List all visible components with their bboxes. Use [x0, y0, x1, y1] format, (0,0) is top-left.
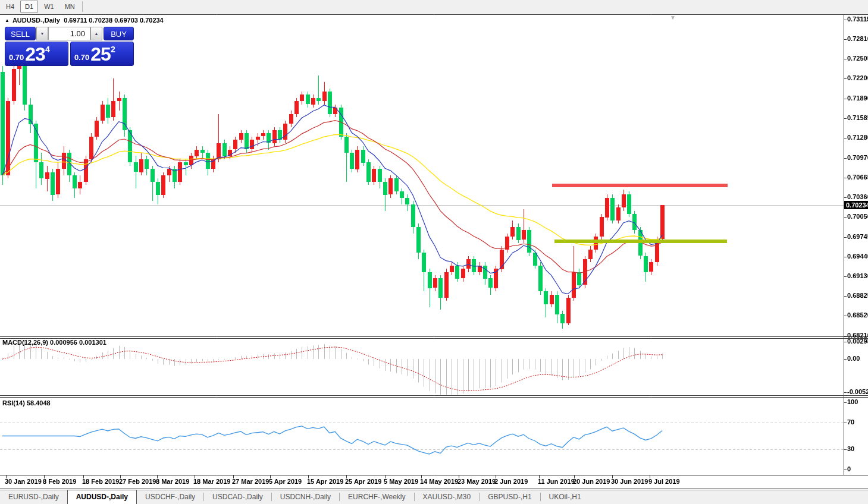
price-axis-label: 0.68825	[847, 292, 868, 299]
price-axis-label: 0.68520	[847, 311, 868, 319]
price-axis-label: 0.71280	[847, 134, 868, 141]
rsi-axis-label: 30	[847, 445, 868, 452]
date-axis-label: 30 Jan 2019	[5, 478, 42, 485]
date-axis-label: 30 Jun 2019	[611, 478, 648, 485]
date-axis-label: 20 Jun 2019	[573, 478, 610, 485]
auto-scroll-marker-icon[interactable]: ▼	[670, 14, 676, 21]
buy-price-pipette: 2	[111, 42, 115, 54]
chart-tab[interactable]: USDCNH-,Daily	[272, 490, 339, 503]
toolbar-separator	[82, 1, 83, 12]
chart-tab[interactable]: AUDUSD-,Daily	[67, 490, 137, 504]
chart-title-symbol: AUDUSD-,Daily	[12, 17, 60, 24]
timeframe-button-h4[interactable]: H4	[1, 1, 19, 12]
timeframe-toolbar: H4D1W1MN	[0, 0, 868, 13]
chart-title: ▲AUDUSD-,Daily 0.69711 0.70238 0.69703 0…	[5, 17, 164, 24]
price-axis-label: 0.70050	[847, 213, 868, 220]
macd-axis-label: 0.002984	[847, 338, 868, 345]
price-axis-label: 0.71890	[847, 94, 868, 102]
chart-tab[interactable]: XAUUSD-,M30	[415, 490, 480, 503]
date-axis-label: 5 May 2019	[384, 478, 418, 485]
date-axis-label: 8 Feb 2019	[43, 478, 76, 485]
chart-tab[interactable]: EURUSD-,Daily	[0, 490, 67, 503]
macd-indicator-label: MACD(12,26,9) 0.000956 0.001301	[2, 339, 106, 346]
chart-tab[interactable]: USDCAD-,Daily	[204, 490, 271, 503]
price-axis-label: 0.69440	[847, 253, 868, 260]
price-axis-label: 0.69745	[847, 233, 868, 240]
price-axis-label: 0.70970	[847, 154, 868, 161]
buy-price-button[interactable]: 0.70 25 2	[70, 42, 134, 66]
rsi-axis-label: 100	[847, 398, 868, 405]
chart-tab-bar: EURUSD-,DailyAUDUSD-,DailyUSDCHF-,DailyU…	[0, 490, 868, 504]
current-price-badge: 0.70234	[844, 201, 868, 209]
date-axis-label: 2 Jun 2019	[494, 478, 528, 485]
volume-decrease-button[interactable]: ▼	[36, 27, 48, 40]
rsi-indicator-label: RSI(14) 58.4048	[2, 399, 51, 407]
date-axis-label: 11 Jun 2019	[538, 478, 575, 485]
chart-tab[interactable]: USDCHF-,Daily	[137, 490, 203, 503]
sell-price-big-digits: 23	[25, 42, 45, 65]
buy-button[interactable]: BUY	[104, 27, 134, 40]
one-click-trading-panel: SELL ▼ ▲ BUY 0.70 23 4 0.70 25 2	[5, 27, 134, 66]
macd-axis-label: 0.00	[847, 355, 868, 362]
chart-tab[interactable]: GBPUSD-,H1	[480, 490, 540, 503]
date-axis-label: 5 Apr 2019	[269, 478, 302, 485]
price-axis-label: 0.72505	[847, 55, 868, 62]
timeframe-button-d1[interactable]: D1	[20, 1, 38, 12]
sell-button[interactable]: SELL	[5, 27, 36, 40]
rsi-axis-label: 70	[847, 418, 868, 426]
rsi-axis-label: 0	[847, 465, 868, 472]
date-axis-label: 27 Feb 2019	[119, 478, 156, 485]
chart-canvas[interactable]	[0, 14, 868, 490]
chart-tab[interactable]: EURCHF-,Weekly	[340, 490, 413, 503]
price-axis-label: 0.72810	[847, 35, 868, 42]
volume-increase-button[interactable]: ▲	[90, 27, 102, 40]
date-axis-label: 14 May 2019	[420, 478, 458, 485]
timeframe-button-mn[interactable]: MN	[60, 1, 80, 12]
volume-input[interactable]	[48, 27, 90, 40]
price-axis-label: 0.71585	[847, 114, 868, 121]
sell-price-prefix: 0.70	[8, 53, 25, 65]
macd-axis-label: -0.005250	[847, 388, 868, 395]
sell-price-pipette: 4	[45, 42, 50, 54]
price-axis-label: 0.70360	[847, 193, 868, 200]
price-axis-label: 0.69130	[847, 272, 868, 279]
date-axis-label: 18 Feb 2019	[82, 478, 119, 485]
price-axis-label: 0.73115	[847, 15, 868, 23]
date-axis-label: 27 Mar 2019	[232, 478, 269, 485]
sell-price-button[interactable]: 0.70 23 4	[5, 42, 68, 66]
date-axis-label: 9 Jul 2019	[648, 478, 680, 485]
timeframe-button-w1[interactable]: W1	[39, 1, 59, 12]
price-axis-label: 0.72200	[847, 74, 868, 81]
chart-window: ▲AUDUSD-,Daily 0.69711 0.70238 0.69703 0…	[0, 14, 868, 490]
date-axis-label: 8 Mar 2019	[156, 478, 189, 485]
date-axis-label: 25 Apr 2019	[345, 478, 381, 485]
price-axis-label: 0.70665	[847, 174, 868, 181]
date-axis-label: 15 Apr 2019	[307, 478, 343, 485]
chart-title-ohlc: 0.69711 0.70238 0.69703 0.70234	[64, 17, 164, 24]
chart-tab[interactable]: UKOil-,H1	[541, 490, 590, 503]
buy-price-prefix: 0.70	[73, 53, 90, 65]
date-axis-label: 18 Mar 2019	[193, 478, 230, 485]
date-axis-label: 23 May 2019	[457, 478, 496, 485]
collapse-triangle-icon[interactable]: ▲	[5, 18, 10, 23]
buy-price-big-digits: 25	[90, 42, 111, 65]
